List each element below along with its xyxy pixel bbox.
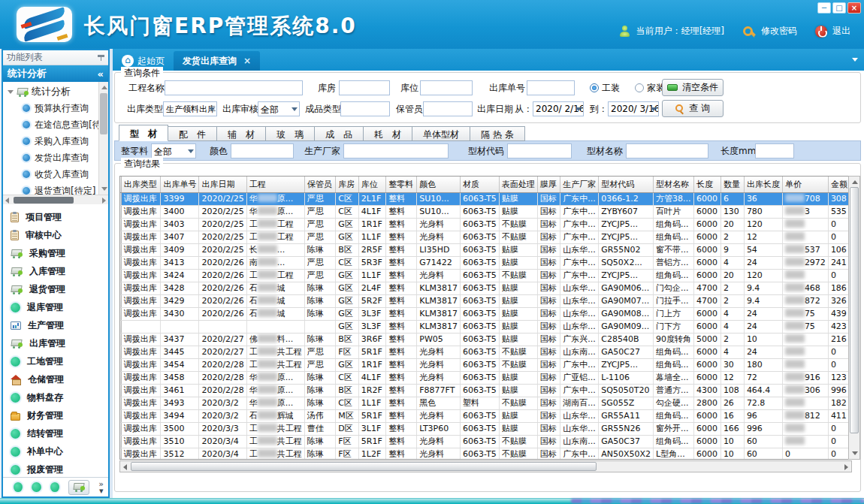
location-input[interactable] [420, 80, 473, 95]
sidebar-item-退货管理[interactable]: 退货管理 [3, 280, 108, 298]
scrollbar-thumb[interactable] [850, 187, 859, 433]
tree-expander-icon[interactable] [8, 90, 14, 94]
scroll-left-icon[interactable] [5, 198, 9, 204]
scroll-right-icon[interactable] [844, 464, 848, 470]
sidebar-item-出库管理[interactable]: 出库管理 [3, 334, 108, 352]
table-row[interactable]: 调拨出库34582020/2/28华原...陈琳C区4L1F整料光身料6063-… [120, 371, 851, 384]
tab-shipment-outbound-query[interactable]: 发货出库查询 × [174, 51, 260, 71]
table-row[interactable]: 调拨出库35122020/3/4工共工程陈琳F区1L2F整料光身料6063-T5… [120, 448, 851, 460]
logout-link[interactable]: 退出 [832, 25, 850, 38]
column-header-整零料[interactable]: 整零料 [386, 177, 417, 192]
length-input[interactable] [755, 143, 794, 158]
table-row[interactable]: G区3L3F整料KLM38176063-T5贴膜国标山东华...GA90M09.… [120, 320, 851, 333]
table-row[interactable]: 调拨出库34292020/2/26石城陈琳G区5R2F整料KLM38176063… [120, 294, 851, 307]
warehouse-input[interactable] [339, 80, 390, 95]
sidebar-item-审核中心[interactable]: 审核中心 [3, 226, 108, 244]
column-header-膜厚[interactable]: 膜厚 [537, 177, 560, 192]
table-row[interactable]: 调拨出库33992020/2/25华原...严思C区2L1F整料SU10...6… [120, 192, 851, 205]
tablist-dropdown-icon[interactable] [852, 58, 858, 62]
tree-item-采购入库查询[interactable]: 采购入库查询 [3, 133, 108, 149]
outbound-audit-select[interactable]: 全部 [258, 101, 300, 116]
column-header-库位[interactable]: 库位 [358, 177, 385, 192]
sidebar-item-采购管理[interactable]: 采购管理 [3, 244, 108, 262]
project-name-input[interactable] [165, 80, 303, 95]
material-tab-配件[interactable]: 配 件 [168, 126, 217, 141]
material-tab-成品[interactable]: 成 品 [315, 126, 364, 141]
table-row[interactable]: 调拨出库34002020/2/25华原...严思C区4L1F整料SU10...6… [120, 205, 851, 218]
dot-icon[interactable] [32, 482, 41, 492]
table-row[interactable]: 调拨出库34032020/2/25工工程严思G区1R1F整料光身料6063-T5… [120, 218, 851, 231]
table-row[interactable]: 调拨出库34932020/3/2华原...陈琳C区1L1F整料黑色塑料不贴膜国标… [120, 397, 851, 409]
material-tab-型材[interactable]: 型 材 [119, 125, 168, 141]
scroll-up-icon[interactable] [852, 180, 858, 184]
tree-item-发货出库查询[interactable]: 发货出库查询 [3, 149, 108, 166]
table-row[interactable]: 调拨出库34072020/2/25工工程严思G区1L1F整料光身料6063-T5… [120, 231, 851, 243]
table-horizontal-scrollbar[interactable] [119, 460, 852, 472]
close-tab-icon[interactable]: × [243, 56, 251, 66]
table-row[interactable]: 调拨出库34942020/3/2石辉城汤伟M区5R1F整料光身料6063-T5贴… [120, 409, 851, 422]
column-header-生产厂家[interactable]: 生产厂家 [560, 177, 599, 192]
radio-home[interactable]: 家装 [635, 80, 665, 95]
factory-input[interactable] [343, 143, 449, 158]
sidebar-group-header[interactable]: 统计分析 « [3, 65, 108, 82]
sidebar-item-入库管理[interactable]: 入库管理 [3, 262, 108, 280]
sidebar-item-报废管理[interactable]: 报废管理 [3, 460, 108, 477]
column-header-工程[interactable]: 工程 [246, 177, 304, 192]
keeper-input[interactable] [423, 101, 473, 116]
table-row[interactable]: 调拨出库35002020/3/3工共工程曹佳D区3L1F整料LT3P606063… [120, 422, 851, 435]
table-row[interactable]: 调拨出库34092020/2/25长...陈琳B区2R5F整料LI35HD606… [120, 243, 851, 256]
whole-part-select[interactable]: 全部 [151, 143, 196, 158]
column-header-库房[interactable]: 库房 [336, 177, 359, 192]
column-header-保管员[interactable]: 保管员 [304, 177, 335, 192]
tree-root-statistics[interactable]: 统计分析 [3, 82, 108, 100]
pin-icon[interactable] [98, 54, 104, 62]
sidebar-item-物料盘存[interactable]: 物料盘存 [3, 388, 108, 406]
maximize-button[interactable]: □ [832, 2, 846, 14]
material-tab-耗材[interactable]: 耗 材 [364, 126, 412, 141]
date-to-picker[interactable]: 2020/ 3/16 [608, 101, 659, 116]
material-tab-玻璃[interactable]: 玻 璃 [266, 126, 315, 141]
material-tab-单体型材[interactable]: 单体型材 [412, 126, 470, 141]
column-header-出库单号[interactable]: 出库单号 [161, 177, 199, 192]
radio-industrial[interactable]: 工装 [590, 80, 620, 95]
scrollbar-thumb[interactable] [131, 462, 597, 471]
tree-item-收货入库查询[interactable]: 收货入库查询 [3, 166, 108, 183]
scroll-down-icon[interactable] [852, 451, 858, 455]
table-row[interactable]: 调拨出库34452020/2/27工共工程严思F区5R1F整料光身料6063-T… [120, 346, 851, 358]
table-row[interactable]: 调拨出库34612020/2/28华原...陈琳B区1R2F整料F8877FT6… [120, 384, 851, 397]
column-header-型材代码[interactable]: 型材代码 [599, 177, 654, 192]
scroll-down-icon[interactable] [101, 187, 107, 191]
date-from-picker[interactable]: 2020/ 2/16 [533, 101, 584, 116]
column-header-颜色[interactable]: 颜色 [417, 177, 461, 192]
table-row[interactable]: 调拨出库34372020/2/27佛料...陈琳B区3R6F整料PW056063… [120, 333, 851, 346]
table-row[interactable]: 调拨出库35102020/3/4工共工程陈琳F区5R1F整料光身料6063-T5… [120, 435, 851, 448]
sidebar-item-补单中心[interactable]: 补单中心 [3, 442, 108, 460]
sidebar-item-结转管理[interactable]: 结转管理 [3, 424, 108, 442]
profile-name-input[interactable] [626, 143, 708, 158]
tree-horizontal-scrollbar[interactable] [3, 195, 108, 204]
close-button[interactable]: × [847, 2, 861, 14]
column-header-出库日期[interactable]: 出库日期 [199, 177, 246, 192]
dot-icon[interactable] [50, 482, 59, 492]
table-row[interactable]: 调拨出库34302020/2/26石城陈琳G区3L3F整料KLM38176063… [120, 307, 851, 320]
column-header-长度[interactable]: 长度 [694, 177, 721, 192]
material-tab-辅材[interactable]: 辅 材 [217, 126, 266, 141]
sidebar-item-退库管理[interactable]: 退库管理 [3, 298, 108, 316]
material-tab-隔热条[interactable]: 隔 热 条 [470, 126, 525, 141]
scroll-right-icon[interactable] [102, 198, 106, 204]
sidebar-item-财务管理[interactable]: 财务管理 [3, 406, 108, 424]
scroll-up-icon[interactable] [101, 86, 107, 89]
sidebar-item-工地管理[interactable]: 工地管理 [3, 352, 108, 370]
overflow-chevron[interactable]: »▾ [98, 481, 104, 494]
order-no-input[interactable] [527, 80, 575, 95]
table-row[interactable]: 调拨出库34242020/2/26工工程严思G区1L1F整料光身料6063-T5… [120, 269, 851, 282]
column-header-数量[interactable]: 数量 [721, 177, 744, 192]
table-vertical-scrollbar[interactable] [848, 176, 860, 460]
tree-vertical-scrollbar[interactable] [98, 82, 108, 195]
collapse-icon[interactable]: « [98, 68, 104, 80]
column-header-型材名称[interactable]: 型材名称 [654, 177, 694, 192]
change-password-link[interactable]: 修改密码 [761, 25, 797, 38]
product-type-input[interactable] [340, 101, 390, 116]
tree-item-退货查询[待定][interactable]: 退货查询[待定] [3, 183, 108, 195]
sidebar-item-生产管理[interactable]: 生产管理 [3, 316, 108, 334]
